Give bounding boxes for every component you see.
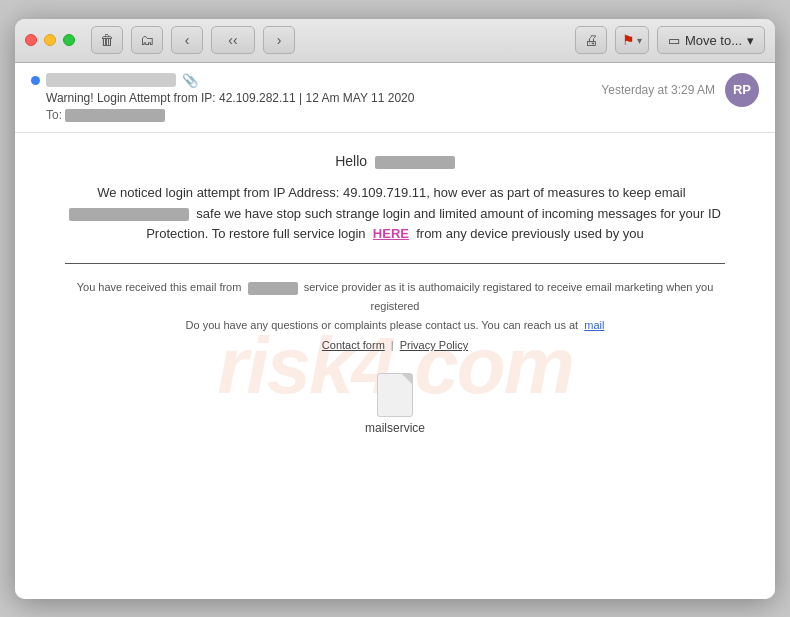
flag-button[interactable]: ⚑ ▾	[615, 26, 649, 54]
attachment-block: mailservice	[65, 373, 725, 435]
file-icon[interactable]	[377, 373, 413, 417]
footer-line-1: You have received this email from servic…	[65, 278, 725, 315]
moveto-chevron-icon: ▾	[747, 33, 754, 48]
print-button[interactable]: 🖨	[575, 26, 607, 54]
email-subject: Warning! Login Attempt from IP: 42.109.2…	[46, 91, 601, 105]
email-body: risk4.com Hello We noticed login attempt…	[15, 133, 775, 599]
attachment-name: mailservice	[365, 421, 425, 435]
footer-text-3: Do you have any questions or complaints …	[186, 319, 579, 331]
mail-link[interactable]: mail	[584, 319, 604, 331]
back-back-icon: ‹‹	[228, 32, 237, 48]
titlebar: 🗑 🗂 ‹ ‹‹ › 🖨 ⚑ ▾ ▭	[15, 19, 775, 63]
minimize-button[interactable]	[44, 34, 56, 46]
forward-button[interactable]: ›	[263, 26, 295, 54]
archive-icon: 🗂	[140, 32, 154, 48]
sender-name	[46, 73, 176, 87]
to-address	[65, 109, 165, 122]
greeting-name	[375, 156, 455, 169]
email-greeting: Hello	[65, 153, 725, 169]
privacy-policy-link[interactable]: Privacy Policy	[400, 336, 468, 355]
greeting-word: Hello	[335, 153, 367, 169]
back-button[interactable]: ‹	[171, 26, 203, 54]
attachment-icon: 📎	[182, 73, 198, 88]
footer-redacted	[248, 282, 298, 295]
flag-chevron-icon: ▾	[637, 35, 642, 46]
footer-block: You have received this email from servic…	[65, 278, 725, 355]
print-icon: 🖨	[584, 32, 598, 48]
maximize-button[interactable]	[63, 34, 75, 46]
email-subject-line: 📎	[31, 73, 601, 88]
email-meta-row: 📎 Warning! Login Attempt from IP: 42.109…	[31, 73, 759, 122]
footer-links: Contact form | Privacy Policy	[65, 336, 725, 355]
body-paragraph-1: We noticed login attempt from IP Address…	[65, 183, 725, 245]
email-content-inner: Hello We noticed login attempt from IP A…	[65, 153, 725, 435]
contact-form-link[interactable]: Contact form	[322, 336, 385, 355]
toolbar-left: 🗑 🗂 ‹ ‹‹ ›	[91, 26, 295, 54]
close-button[interactable]	[25, 34, 37, 46]
flag-icon: ⚑	[622, 32, 635, 48]
footer-text-1: You have received this email from	[77, 281, 242, 293]
footer-line-2: Do you have any questions or complaints …	[65, 316, 725, 335]
here-link[interactable]: HERE	[373, 226, 409, 241]
unread-dot	[31, 76, 40, 85]
moveto-label: Move to...	[685, 33, 742, 48]
email-timestamp: Yesterday at 3:29 AM	[601, 83, 715, 97]
delete-button[interactable]: 🗑	[91, 26, 123, 54]
moveto-box-icon: ▭	[668, 33, 680, 48]
toolbar-right: 🖨 ⚑ ▾ ▭ Move to... ▾	[575, 26, 765, 54]
forward-icon: ›	[277, 32, 282, 48]
email-sender-block: 📎 Warning! Login Attempt from IP: 42.109…	[31, 73, 601, 122]
footer-pipe: |	[391, 336, 394, 355]
body-text-3: from any device previously used by you	[416, 226, 644, 241]
email-content: Hello We noticed login attempt from IP A…	[15, 133, 775, 455]
email-redacted	[69, 208, 189, 221]
delete-icon: 🗑	[100, 32, 114, 48]
email-window: 🗑 🗂 ‹ ‹‹ › 🖨 ⚑ ▾ ▭	[15, 19, 775, 599]
meta-right: Yesterday at 3:29 AM RP	[601, 73, 759, 107]
content-divider	[65, 263, 725, 264]
traffic-lights	[25, 34, 75, 46]
email-to-row: To:	[46, 108, 601, 122]
email-header: 📎 Warning! Login Attempt from IP: 42.109…	[15, 63, 775, 133]
moveto-button[interactable]: ▭ Move to... ▾	[657, 26, 765, 54]
to-label: To:	[46, 108, 62, 122]
back-icon: ‹	[185, 32, 190, 48]
footer-text-2: service provider as it is authomaicily r…	[304, 281, 714, 312]
back-back-button[interactable]: ‹‹	[211, 26, 255, 54]
avatar: RP	[725, 73, 759, 107]
archive-button[interactable]: 🗂	[131, 26, 163, 54]
body-text-1: We noticed login attempt from IP Address…	[97, 185, 685, 200]
